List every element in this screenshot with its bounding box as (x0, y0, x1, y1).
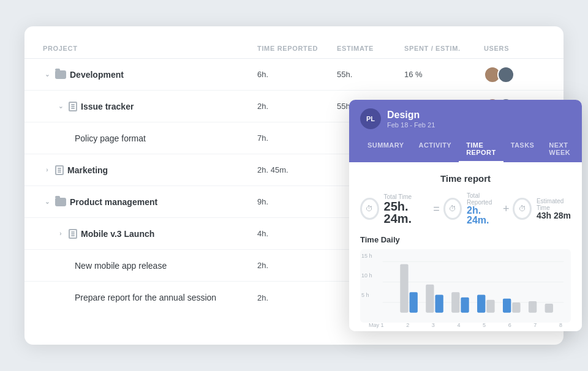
card-header: PL Design Feb 18 - Feb 21 SUMMARY ACTIVI… (349, 100, 582, 162)
row-label-mobile-launch: › Mobile v.3 Launch (43, 229, 257, 239)
avatar-pl: PL (360, 108, 381, 129)
table-row: ⌄ Development 6h. 55h. 16 % (24, 59, 564, 91)
main-card: PROJECT TIME REPORTED ESTIMATE SPENT / E… (24, 26, 564, 345)
col-spent: SPENT / ESTIM. (404, 45, 484, 52)
card-body: Time report ⏱ Total Time 25h. 24m. = ⏱ T… (349, 162, 582, 331)
x-label-4: 4 (457, 322, 460, 328)
tab-activity[interactable]: ACTIVITY (412, 137, 459, 162)
x-label-8: 8 (559, 322, 562, 328)
chevron-right-icon[interactable]: › (43, 166, 51, 174)
clock-icon: ⏱ (360, 198, 379, 220)
doc-icon (69, 229, 77, 239)
chevron-down-icon[interactable]: ⌄ (56, 102, 65, 111)
folder-icon (55, 70, 66, 79)
svg-rect-13 (529, 301, 537, 313)
stat-estimated: ⏱ Estimated Time 43h 28m (513, 198, 571, 220)
stats-row: ⏱ Total Time 25h. 24m. = ⏱ Total Reporte… (360, 192, 571, 225)
time-daily-title: Time Daily (360, 235, 571, 244)
svg-rect-14 (545, 304, 553, 313)
row-label-development: ⌄ Development (43, 70, 257, 80)
chevron-down-icon[interactable]: ⌄ (43, 70, 51, 79)
card-header-top: PL Design Feb 18 - Feb 21 (360, 108, 571, 129)
x-label-6: 6 (508, 322, 511, 328)
svg-rect-9 (477, 295, 485, 313)
row-label-mobile-app-release: New mobile app release (43, 261, 257, 271)
folder-icon (55, 198, 66, 206)
y-label-5h: 5 h (361, 292, 369, 298)
x-label-may1: May 1 (369, 322, 384, 328)
chart-x-labels: May 1 2 3 4 5 6 7 8 (366, 320, 565, 328)
estimated-clock-icon: ⏱ (513, 198, 531, 220)
svg-rect-5 (426, 285, 434, 313)
bar-chart (366, 257, 565, 318)
avatars-development (484, 66, 545, 83)
svg-rect-12 (512, 302, 520, 313)
stat-total-reported: ⏱ Total Reported 2h. 24m. (443, 192, 499, 225)
tab-summary[interactable]: SUMMARY (360, 137, 412, 162)
row-label-marketing: › Marketing (43, 165, 257, 175)
x-label-5: 5 (483, 322, 486, 328)
row-label-issue-tracker: ⌄ Issue tracker (43, 102, 257, 111)
table-header: PROJECT TIME REPORTED ESTIMATE SPENT / E… (24, 45, 564, 59)
avatar (497, 66, 514, 83)
svg-rect-3 (400, 264, 408, 313)
col-estimate: ESTIMATE (337, 45, 404, 52)
plus-icon: + (503, 203, 510, 215)
svg-rect-10 (486, 300, 494, 313)
col-time: TIME REPORTED (257, 45, 337, 52)
card-title: Design (387, 110, 435, 121)
chevron-right-icon[interactable]: › (56, 230, 65, 238)
row-label-prepare-report: Prepare report for the annual session (43, 293, 257, 302)
doc-icon (55, 165, 64, 175)
chart-area: 15 h 10 h 5 h (360, 249, 571, 323)
svg-rect-6 (435, 295, 443, 313)
tab-time-report[interactable]: TIME REPORT (459, 137, 503, 162)
x-label-2: 2 (406, 322, 409, 328)
equals-icon: = (433, 203, 440, 215)
tab-next-week[interactable]: NEXT WEEK (541, 137, 578, 162)
card-nav: SUMMARY ACTIVITY TIME REPORT TASKS NEXT … (360, 137, 571, 162)
chevron-down-icon[interactable]: ⌄ (43, 198, 51, 206)
row-label-policy-page: Policy page format (43, 133, 257, 143)
time-report-title: Time report (360, 173, 571, 184)
floating-card: PL Design Feb 18 - Feb 21 SUMMARY ACTIVI… (349, 100, 582, 331)
stat-total-time: ⏱ Total Time 25h. 24m. (360, 193, 429, 225)
reported-clock-icon: ⏱ (443, 198, 462, 220)
y-label-10h: 10 h (361, 272, 372, 279)
x-label-7: 7 (533, 322, 537, 328)
row-label-product-management: ⌄ Product management (43, 197, 257, 207)
doc-icon (69, 102, 77, 111)
svg-rect-4 (410, 292, 418, 312)
x-label-3: 3 (432, 322, 435, 328)
col-users: USERS (484, 45, 545, 52)
svg-rect-7 (451, 292, 459, 312)
card-date: Feb 18 - Feb 21 (387, 121, 435, 129)
y-label-15h: 15 h (361, 253, 372, 259)
tab-tasks[interactable]: TASKS (503, 137, 542, 162)
svg-rect-8 (461, 298, 469, 313)
col-project: PROJECT (43, 45, 257, 52)
svg-rect-11 (503, 299, 511, 313)
